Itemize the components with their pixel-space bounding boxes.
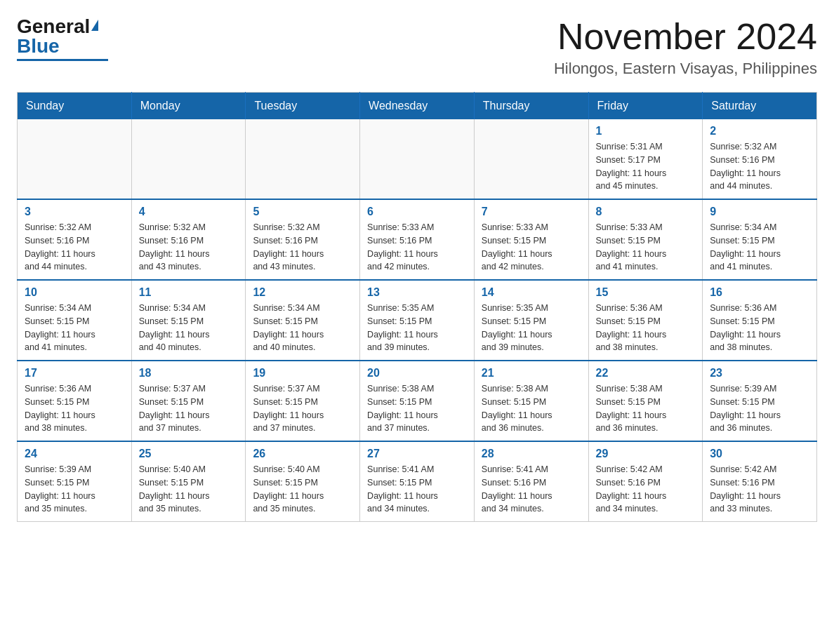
- day-number: 23: [710, 367, 809, 380]
- calendar-cell: 12Sunrise: 5:34 AM Sunset: 5:15 PM Dayli…: [246, 280, 360, 361]
- calendar-cell: 19Sunrise: 5:37 AM Sunset: 5:15 PM Dayli…: [246, 361, 360, 441]
- calendar-cell: 17Sunrise: 5:36 AM Sunset: 5:15 PM Dayli…: [18, 361, 132, 441]
- day-info: Sunrise: 5:34 AM Sunset: 5:15 PM Dayligh…: [710, 221, 809, 274]
- calendar-cell: 22Sunrise: 5:38 AM Sunset: 5:15 PM Dayli…: [588, 361, 703, 441]
- logo-general-text: General: [17, 17, 90, 36]
- calendar-cell: 13Sunrise: 5:35 AM Sunset: 5:15 PM Dayli…: [360, 280, 475, 361]
- calendar-cell: 15Sunrise: 5:36 AM Sunset: 5:15 PM Dayli…: [588, 280, 703, 361]
- day-number: 18: [139, 367, 239, 380]
- logo-triangle-icon: [91, 20, 98, 31]
- day-info: Sunrise: 5:42 AM Sunset: 5:16 PM Dayligh…: [710, 463, 809, 516]
- day-info: Sunrise: 5:33 AM Sunset: 5:16 PM Dayligh…: [367, 221, 467, 274]
- day-info: Sunrise: 5:37 AM Sunset: 5:15 PM Dayligh…: [139, 382, 239, 435]
- calendar-cell: 21Sunrise: 5:38 AM Sunset: 5:15 PM Dayli…: [474, 361, 588, 441]
- day-info: Sunrise: 5:38 AM Sunset: 5:15 PM Dayligh…: [596, 382, 696, 435]
- day-number: 9: [710, 206, 809, 218]
- weekday-header-tuesday: Tuesday: [246, 93, 360, 120]
- day-info: Sunrise: 5:36 AM Sunset: 5:15 PM Dayligh…: [710, 302, 809, 354]
- day-info: Sunrise: 5:39 AM Sunset: 5:15 PM Dayligh…: [710, 382, 809, 435]
- calendar-cell: 24Sunrise: 5:39 AM Sunset: 5:15 PM Dayli…: [18, 441, 132, 522]
- calendar-cell: 26Sunrise: 5:40 AM Sunset: 5:15 PM Dayli…: [246, 441, 360, 522]
- calendar-cell: 14Sunrise: 5:35 AM Sunset: 5:15 PM Dayli…: [474, 280, 588, 361]
- day-info: Sunrise: 5:40 AM Sunset: 5:15 PM Dayligh…: [253, 463, 352, 516]
- calendar-cell: [131, 119, 246, 199]
- calendar-cell: 20Sunrise: 5:38 AM Sunset: 5:15 PM Dayli…: [360, 361, 475, 441]
- calendar-cell: [246, 119, 360, 199]
- day-number: 17: [25, 367, 124, 380]
- day-number: 28: [482, 448, 581, 460]
- calendar-cell: [360, 119, 475, 199]
- weekday-header-sunday: Sunday: [18, 93, 132, 120]
- weekday-header-saturday: Saturday: [703, 93, 817, 120]
- day-info: Sunrise: 5:38 AM Sunset: 5:15 PM Dayligh…: [482, 382, 581, 435]
- day-number: 13: [367, 286, 467, 299]
- day-number: 10: [25, 286, 124, 299]
- day-info: Sunrise: 5:33 AM Sunset: 5:15 PM Dayligh…: [596, 221, 696, 274]
- day-number: 12: [253, 286, 352, 299]
- day-number: 25: [139, 448, 239, 460]
- day-info: Sunrise: 5:35 AM Sunset: 5:15 PM Dayligh…: [482, 302, 581, 354]
- day-number: 2: [710, 125, 809, 137]
- calendar-week-row: 17Sunrise: 5:36 AM Sunset: 5:15 PM Dayli…: [18, 361, 817, 441]
- day-info: Sunrise: 5:37 AM Sunset: 5:15 PM Dayligh…: [253, 382, 352, 435]
- day-number: 26: [253, 448, 352, 460]
- day-info: Sunrise: 5:36 AM Sunset: 5:15 PM Dayligh…: [596, 302, 696, 354]
- calendar-cell: 4Sunrise: 5:32 AM Sunset: 5:16 PM Daylig…: [131, 199, 246, 280]
- day-number: 19: [253, 367, 352, 380]
- title-section: November 2024 Hilongos, Eastern Visayas,…: [554, 17, 817, 78]
- day-info: Sunrise: 5:34 AM Sunset: 5:15 PM Dayligh…: [253, 302, 352, 354]
- calendar-cell: 8Sunrise: 5:33 AM Sunset: 5:15 PM Daylig…: [588, 199, 703, 280]
- calendar-cell: 28Sunrise: 5:41 AM Sunset: 5:16 PM Dayli…: [474, 441, 588, 522]
- calendar-cell: 11Sunrise: 5:34 AM Sunset: 5:15 PM Dayli…: [131, 280, 246, 361]
- day-info: Sunrise: 5:42 AM Sunset: 5:16 PM Dayligh…: [596, 463, 696, 516]
- day-info: Sunrise: 5:35 AM Sunset: 5:15 PM Dayligh…: [367, 302, 467, 354]
- calendar-cell: 25Sunrise: 5:40 AM Sunset: 5:15 PM Dayli…: [131, 441, 246, 522]
- calendar-week-row: 10Sunrise: 5:34 AM Sunset: 5:15 PM Dayli…: [18, 280, 817, 361]
- day-info: Sunrise: 5:39 AM Sunset: 5:15 PM Dayligh…: [25, 463, 124, 516]
- calendar-cell: 10Sunrise: 5:34 AM Sunset: 5:15 PM Dayli…: [18, 280, 132, 361]
- weekday-header-wednesday: Wednesday: [360, 93, 475, 120]
- day-number: 8: [596, 206, 696, 218]
- day-number: 30: [710, 448, 809, 460]
- calendar-table: SundayMondayTuesdayWednesdayThursdayFrid…: [17, 92, 817, 522]
- calendar-cell: 7Sunrise: 5:33 AM Sunset: 5:15 PM Daylig…: [474, 199, 588, 280]
- day-info: Sunrise: 5:32 AM Sunset: 5:16 PM Dayligh…: [253, 221, 352, 274]
- logo: General Blue: [17, 17, 108, 61]
- calendar-cell: 1Sunrise: 5:31 AM Sunset: 5:17 PM Daylig…: [588, 119, 703, 199]
- day-info: Sunrise: 5:40 AM Sunset: 5:15 PM Dayligh…: [139, 463, 239, 516]
- day-info: Sunrise: 5:41 AM Sunset: 5:15 PM Dayligh…: [367, 463, 467, 516]
- calendar-cell: 29Sunrise: 5:42 AM Sunset: 5:16 PM Dayli…: [588, 441, 703, 522]
- day-info: Sunrise: 5:36 AM Sunset: 5:15 PM Dayligh…: [25, 382, 124, 435]
- day-info: Sunrise: 5:33 AM Sunset: 5:15 PM Dayligh…: [482, 221, 581, 274]
- page-header: General Blue November 2024 Hilongos, Eas…: [17, 17, 817, 78]
- day-number: 24: [25, 448, 124, 460]
- day-info: Sunrise: 5:32 AM Sunset: 5:16 PM Dayligh…: [710, 140, 809, 193]
- day-number: 22: [596, 367, 696, 380]
- logo-blue-text: Blue: [17, 36, 60, 56]
- month-title: November 2024: [554, 17, 817, 57]
- calendar-cell: [474, 119, 588, 199]
- day-number: 15: [596, 286, 696, 299]
- calendar-cell: 16Sunrise: 5:36 AM Sunset: 5:15 PM Dayli…: [703, 280, 817, 361]
- day-info: Sunrise: 5:31 AM Sunset: 5:17 PM Dayligh…: [596, 140, 696, 193]
- day-info: Sunrise: 5:34 AM Sunset: 5:15 PM Dayligh…: [25, 302, 124, 354]
- day-info: Sunrise: 5:41 AM Sunset: 5:16 PM Dayligh…: [482, 463, 581, 516]
- day-number: 29: [596, 448, 696, 460]
- weekday-header-thursday: Thursday: [474, 93, 588, 120]
- day-number: 1: [596, 125, 696, 137]
- calendar-cell: 6Sunrise: 5:33 AM Sunset: 5:16 PM Daylig…: [360, 199, 475, 280]
- day-number: 11: [139, 286, 239, 299]
- calendar-cell: 5Sunrise: 5:32 AM Sunset: 5:16 PM Daylig…: [246, 199, 360, 280]
- calendar-cell: 9Sunrise: 5:34 AM Sunset: 5:15 PM Daylig…: [703, 199, 817, 280]
- calendar-cell: 3Sunrise: 5:32 AM Sunset: 5:16 PM Daylig…: [18, 199, 132, 280]
- day-number: 4: [139, 206, 239, 218]
- calendar-cell: 23Sunrise: 5:39 AM Sunset: 5:15 PM Dayli…: [703, 361, 817, 441]
- day-number: 14: [482, 286, 581, 299]
- calendar-cell: [18, 119, 132, 199]
- day-number: 21: [482, 367, 581, 380]
- day-number: 5: [253, 206, 352, 218]
- day-number: 16: [710, 286, 809, 299]
- calendar-cell: 18Sunrise: 5:37 AM Sunset: 5:15 PM Dayli…: [131, 361, 246, 441]
- day-number: 3: [25, 206, 124, 218]
- calendar-cell: 27Sunrise: 5:41 AM Sunset: 5:15 PM Dayli…: [360, 441, 475, 522]
